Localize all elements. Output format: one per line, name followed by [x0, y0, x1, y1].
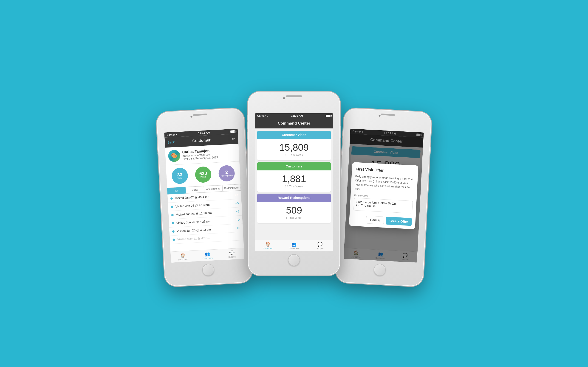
- tab-support-center[interactable]: 💬 Support: [307, 240, 333, 251]
- mute-button-center[interactable]: [247, 115, 248, 120]
- battery-fill-center: [326, 115, 330, 117]
- customer-visits-label: Customer Visits: [282, 133, 306, 137]
- dashboard-content: Customer Visits 15,809 18 This Week Cust…: [255, 128, 333, 240]
- customer-visits-body: 15,809 18 This Week: [257, 139, 331, 160]
- visit-text: Visited Jun 26 @ 4:03 pm: [177, 226, 234, 233]
- tab-dashboard-center[interactable]: 🏠 Dashboard: [255, 240, 281, 251]
- customers-card: Customers 1,881 14 This Week: [257, 162, 331, 192]
- battery-fill-left: [231, 130, 234, 133]
- home-button-left[interactable]: [202, 264, 215, 276]
- visit-dot: [172, 222, 174, 225]
- dashboard-label-center: Dashboard: [263, 247, 273, 250]
- screen-center: Carrier ▲ 11:39 AM Command Center: [255, 113, 333, 251]
- status-bar-center: Carrier ▲ 11:39 AM: [255, 113, 333, 118]
- modal-overlay: First Visit Offer Belly strongly recomme…: [344, 129, 424, 263]
- home-button-right[interactable]: [373, 264, 386, 276]
- redemptions-card: Reward Redemptions 509 1 This Week: [257, 194, 331, 223]
- support-icon-left: 💬: [229, 250, 234, 255]
- home-button-center[interactable]: [288, 254, 300, 266]
- customers-icon-center: 👥: [292, 242, 296, 247]
- visit-text: Visited May 11 @ 4:13...: [177, 235, 238, 241]
- tab-visits[interactable]: Visits: [186, 186, 204, 193]
- back-button[interactable]: Back: [167, 140, 175, 144]
- battery-icon-left: [230, 130, 236, 133]
- visits-label: Visits: [178, 177, 183, 179]
- customers-label: Customers: [285, 165, 302, 168]
- tab-adjustments[interactable]: Adjustments: [204, 185, 222, 192]
- speaker-center: [286, 95, 302, 97]
- support-label-left: Support: [228, 256, 236, 258]
- redemptions-sub: 1 This Week: [259, 216, 329, 219]
- visit-points: +5: [235, 193, 238, 197]
- power-button-center[interactable]: [340, 126, 341, 138]
- tab-dashboard-left[interactable]: 🏠 Dashboard: [170, 250, 195, 263]
- customer-avatar: 🎨: [168, 150, 181, 162]
- promo-offer-input[interactable]: Free Large Iced Coffee To Go, On The Hou…: [354, 198, 413, 213]
- visit-text: Visited Jan 07 @ 4:31 pm: [175, 194, 233, 200]
- time-left: 11:41 AM: [198, 131, 210, 135]
- modal-description: Belly strongly recommends creating a Fir…: [355, 174, 414, 194]
- edit-button-left[interactable]: ✏: [232, 136, 235, 142]
- visits-count: 33: [177, 172, 182, 177]
- customer-visits-sub: 18 This Week: [259, 153, 329, 157]
- visit-points: +5: [235, 201, 239, 205]
- visit-text: Visited Jun 26 @ 4:25 pm: [176, 218, 234, 225]
- visit-dot: [170, 197, 173, 200]
- power-button-right[interactable]: [429, 147, 431, 158]
- cancel-button[interactable]: Cancel: [366, 216, 384, 224]
- speaker-left: [193, 114, 207, 116]
- visit-points: +0: [236, 218, 240, 222]
- tab-bar-left: 🏠 Dashboard 👥 Customers 💬 Support: [170, 248, 244, 263]
- dashboard-icon-center: 🏠: [266, 242, 271, 247]
- create-offer-button[interactable]: Create Offer: [386, 217, 412, 226]
- redemptions-header: Reward Redemptions: [257, 194, 331, 202]
- screen-left: Carrier ▲ 11:41 AM Back Customer ✏: [164, 129, 244, 263]
- tab-bar-center: 🏠 Dashboard 👥 Customers 💬 Support: [255, 240, 333, 251]
- wifi-icon-center: ▲: [266, 115, 268, 117]
- vol-up-button-right[interactable]: [342, 138, 343, 145]
- wifi-icon-left: ▲: [175, 133, 178, 135]
- vol-down-button[interactable]: [157, 152, 159, 160]
- tab-support-left[interactable]: 💬 Support: [219, 248, 244, 260]
- vol-up-button-center[interactable]: [247, 122, 248, 129]
- points-count: 630: [199, 171, 207, 176]
- status-icons-left: [230, 130, 236, 133]
- phone-right: Carrier ▲ 11:35 AM Command Center Cu: [335, 108, 432, 287]
- customer-visits-header: Customer Visits: [257, 131, 331, 139]
- modal-box: First Visit Offer Belly strongly recomme…: [349, 162, 418, 229]
- tab-redemptions[interactable]: Redemptions: [222, 184, 241, 192]
- points-circle: 630 Points: [195, 166, 212, 183]
- points-label: Points: [200, 175, 207, 178]
- speaker-right: [381, 114, 395, 116]
- visit-dot: [171, 214, 174, 216]
- visits-circle: 33 Visits: [171, 167, 188, 184]
- power-button[interactable]: [245, 142, 247, 154]
- redemptions-circle: 2 Redemptions: [218, 165, 235, 182]
- tab-all[interactable]: All: [167, 187, 186, 194]
- mute-button[interactable]: [157, 135, 158, 140]
- customers-label-left: Customers: [203, 257, 213, 259]
- vol-down-button-right[interactable]: [341, 148, 342, 155]
- customers-label-center: Customers: [289, 247, 299, 250]
- mute-button-right[interactable]: [342, 131, 343, 136]
- customers-sub: 14 This Week: [259, 185, 329, 188]
- customers-header: Customers: [257, 162, 331, 170]
- stats-row: 33 Visits 630 Points 2 Redemptions: [166, 161, 241, 188]
- battery-icon-center: [326, 115, 331, 117]
- dashboard-label-left: Dashboard: [178, 258, 188, 261]
- tab-customers-left[interactable]: 👥 Customers: [195, 249, 220, 261]
- carrier-left: Carrier ▲: [166, 133, 178, 136]
- vol-up-button[interactable]: [157, 142, 158, 150]
- modal-title: First Visit Offer: [355, 167, 415, 174]
- redemptions-label: Redemptions: [221, 174, 233, 177]
- phone-top-right: [344, 108, 432, 120]
- visit-dot: [172, 230, 174, 233]
- visit-dot: [173, 238, 175, 241]
- tab-customers-center[interactable]: 👥 Customers: [281, 240, 307, 251]
- vol-down-button-center[interactable]: [247, 132, 248, 139]
- redemptions-count: 2: [225, 170, 228, 175]
- screen-right: Carrier ▲ 11:35 AM Command Center Cu: [344, 129, 424, 263]
- status-icons-center: [326, 115, 331, 117]
- visit-dot: [171, 206, 173, 208]
- support-icon-center: 💬: [317, 242, 322, 247]
